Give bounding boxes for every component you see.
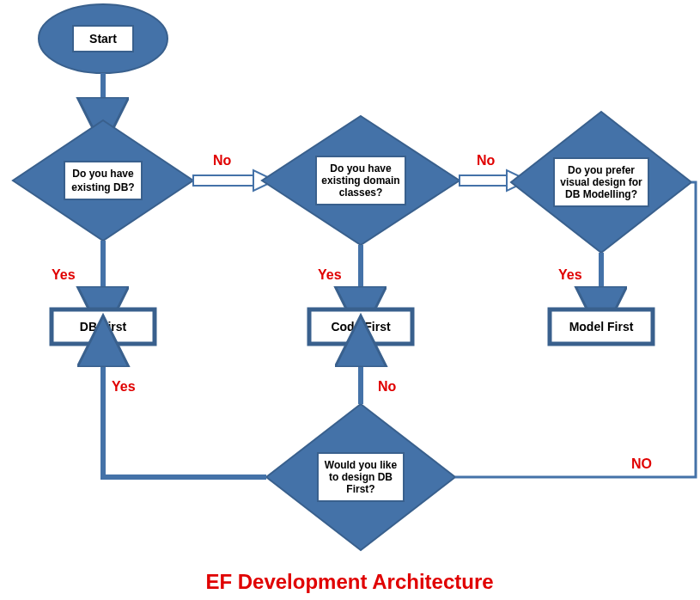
svg-text:classes?: classes?: [339, 187, 383, 199]
svg-text:to design DB: to design DB: [329, 471, 393, 483]
svg-text:Do you prefer: Do you prefer: [568, 164, 635, 176]
diagram-title: EF Development Architecture: [205, 570, 493, 593]
svg-text:DB First: DB First: [80, 320, 127, 334]
decision-existing-db: Do you have existing DB?: [13, 120, 193, 241]
svg-text:Do you have: Do you have: [72, 168, 134, 180]
result-db-first: DB First: [52, 309, 155, 344]
svg-text:DB Modelling?: DB Modelling?: [565, 188, 637, 200]
label-d3-yes: Yes: [558, 267, 582, 282]
start-node: Start: [39, 4, 167, 73]
svg-rect-12: [460, 175, 507, 186]
result-code-first: Code First: [309, 309, 412, 344]
label-d1-no: No: [213, 153, 232, 168]
start-label: Start: [89, 32, 117, 46]
svg-rect-6: [193, 175, 253, 186]
svg-text:existing domain: existing domain: [321, 174, 399, 187]
svg-text:First?: First?: [346, 483, 374, 495]
decision-design-db-first: Would you like to design DB First?: [266, 404, 455, 550]
svg-text:Do you have: Do you have: [330, 162, 392, 174]
decision-visual-design: Do you prefer visual design for DB Model…: [511, 112, 691, 253]
flowchart-diagram: Start Do you have existing DB? No Do you…: [0, 0, 700, 600]
svg-text:Code First: Code First: [331, 320, 391, 334]
label-d1-yes: Yes: [52, 267, 76, 282]
svg-text:existing DB?: existing DB?: [71, 181, 134, 193]
label-d4-yes: Yes: [112, 379, 136, 394]
label-d3-no: NO: [631, 456, 652, 471]
label-d2-yes: Yes: [318, 267, 342, 282]
label-d4-no: No: [378, 379, 397, 394]
label-d2-no: No: [477, 153, 496, 168]
svg-text:Would you like: Would you like: [325, 459, 398, 471]
svg-text:visual design for: visual design for: [560, 176, 642, 188]
result-model-first: Model First: [550, 309, 653, 344]
arrow-d4-yes: [103, 357, 266, 477]
svg-text:Model First: Model First: [569, 320, 634, 334]
decision-existing-domain: Do you have existing domain classes?: [262, 116, 460, 245]
